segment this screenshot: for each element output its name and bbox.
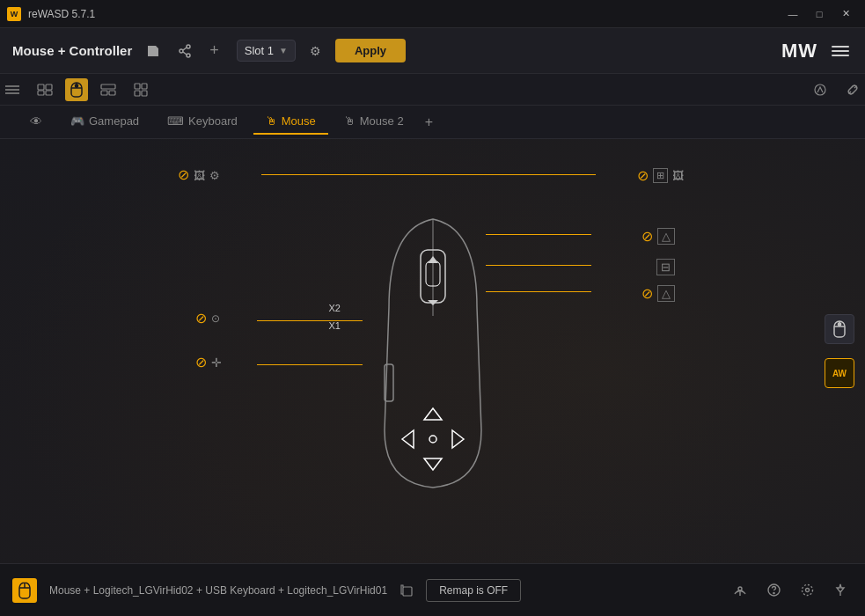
mouse-label: Mouse — [282, 114, 316, 128]
mouse2-label: Mouse 2 — [360, 114, 404, 128]
right-panel: AW — [825, 139, 854, 563]
remap-button[interactable]: Remap is OFF — [426, 579, 521, 602]
tab-gamepad[interactable]: 🎮 Gamepad — [58, 109, 151, 135]
copy-icon[interactable] — [400, 583, 414, 598]
ps-button[interactable] — [807, 80, 833, 99]
triangle-down-icon: △ — [657, 285, 675, 302]
mw-logo: MW — [781, 40, 817, 62]
svg-point-2 — [187, 54, 190, 57]
add-profile-button[interactable]: + — [206, 38, 223, 63]
no-icon-topright: ⊘ — [637, 169, 649, 183]
people-icon-topleft: ⚙ — [209, 169, 220, 182]
keyboard-label: Keyboard — [188, 114, 238, 128]
svg-point-33 — [429, 436, 436, 443]
svg-rect-36 — [839, 323, 841, 326]
minimize-button[interactable]: — — [781, 5, 805, 23]
titlebar-left: W reWASD 5.7.1 — [7, 7, 95, 21]
svg-rect-39 — [403, 587, 412, 596]
svg-marker-26 — [428, 256, 438, 263]
svg-marker-29 — [424, 408, 442, 420]
triangle-up-icon: △ — [657, 228, 675, 245]
aw-panel-button[interactable]: AW — [825, 358, 854, 388]
help-button[interactable] — [761, 578, 786, 603]
main-content: ⊘ 🖼 ⚙ ⊘ ⊞ 🖼 ⊘ △ ⊟ ⊘ △ ⊘ — [0, 139, 865, 563]
svg-rect-21 — [142, 91, 147, 96]
side-x1-label: ⊘ ✛ — [195, 356, 222, 370]
device-name: Mouse + Logitech_LGVirHid02 + USB Keyboa… — [49, 584, 387, 597]
tab-mouse[interactable]: 🖱 Mouse — [253, 109, 328, 135]
menu-button[interactable] — [828, 42, 853, 60]
tab-overview[interactable]: 👁 — [18, 109, 55, 136]
svg-marker-30 — [424, 458, 442, 470]
svg-marker-32 — [452, 430, 464, 448]
app-icon: W — [7, 7, 21, 21]
svg-point-45 — [802, 585, 812, 596]
eye-icon: 👁 — [30, 114, 42, 128]
maximize-button[interactable]: □ — [807, 5, 832, 23]
mouse-diagram: ⊘ 🖼 ⚙ ⊘ ⊞ 🖼 ⊘ △ ⊟ ⊘ △ ⊘ — [169, 140, 697, 562]
mouse-panel-button[interactable] — [825, 314, 854, 344]
svg-rect-14 — [76, 84, 78, 87]
svg-marker-31 — [402, 430, 414, 448]
side-x2-label: ⊘ ⊙ — [195, 312, 220, 326]
device-icon — [12, 578, 37, 603]
icon-bar — [0, 74, 865, 106]
line-x1 — [257, 364, 363, 365]
app-title: reWASD 5.7.1 — [28, 8, 95, 20]
tab-keyboard[interactable]: ⌨ Keyboard — [155, 109, 250, 135]
line-x2 — [257, 320, 363, 321]
svg-rect-8 — [38, 84, 44, 90]
no-icon-scrollup: ⊘ — [641, 230, 653, 244]
gamepad-icon: 🎮 — [70, 114, 84, 128]
top-left-label: ⊘ 🖼 ⚙ — [178, 168, 220, 182]
keyboard-icon: ⌨ — [167, 114, 184, 128]
close-button[interactable]: ✕ — [833, 5, 858, 23]
svg-rect-9 — [46, 84, 52, 90]
gamepad-label: Gamepad — [89, 114, 139, 128]
antenna-button[interactable] — [728, 578, 752, 603]
svg-point-0 — [187, 45, 190, 48]
save-button[interactable] — [143, 40, 164, 62]
pin-button[interactable] — [828, 578, 853, 603]
line-scrolldown — [486, 291, 591, 292]
grid-icon-button[interactable] — [128, 79, 153, 100]
tab-mouse2[interactable]: 🖱 Mouse 2 — [332, 109, 416, 135]
top-right-label: ⊘ ⊞ 🖼 — [637, 168, 684, 183]
titlebar: W reWASD 5.7.1 — □ ✕ — [0, 0, 865, 28]
tabs-row: 👁 🎮 Gamepad ⌨ Keyboard 🖱 Mouse 🖱 Mouse 2… — [0, 106, 865, 139]
status-right — [728, 578, 853, 603]
image-icon-topright: 🖼 — [672, 169, 684, 182]
layout-icon-button[interactable] — [0, 81, 25, 99]
toolbar: Mouse + Controller + Slot 1 ▼ ⚙ Apply MW — [0, 28, 865, 74]
profile-name: Mouse + Controller — [12, 43, 132, 58]
circle-icon-x2: ⊙ — [211, 312, 220, 325]
image-icon-topleft: 🖼 — [194, 169, 205, 182]
toolbar-right: MW — [781, 40, 853, 62]
slot-settings-button[interactable]: ⚙ — [306, 40, 325, 62]
layers-icon-button-1[interactable] — [32, 80, 58, 99]
line-scrollup — [486, 234, 591, 235]
mouse-icon-button[interactable] — [65, 78, 88, 101]
settings-button[interactable] — [795, 578, 819, 603]
svg-rect-16 — [101, 91, 107, 95]
add-tab-button[interactable]: + — [420, 113, 438, 132]
layers-icon-button-2[interactable] — [95, 80, 121, 99]
no-icon-x1: ⊘ — [195, 356, 207, 370]
mouse-body-svg — [336, 202, 530, 501]
svg-point-1 — [180, 49, 183, 53]
link-icon-button[interactable] — [840, 79, 865, 100]
line-scrollmid — [486, 265, 591, 266]
no-icon-x2: ⊘ — [195, 312, 207, 326]
svg-rect-18 — [135, 84, 140, 89]
apply-button[interactable]: Apply — [335, 39, 406, 62]
svg-line-4 — [183, 52, 187, 55]
svg-rect-11 — [46, 91, 52, 95]
minus-box-icon: ⊟ — [656, 259, 675, 275]
slot-selector[interactable]: Slot 1 ▼ — [237, 40, 296, 62]
x1-text: X1 — [329, 320, 341, 331]
svg-line-3 — [183, 48, 187, 50]
no-icon-topleft: ⊘ — [178, 168, 189, 182]
svg-rect-15 — [101, 84, 115, 89]
share-button[interactable] — [174, 40, 195, 62]
scroll-down-label: ⊘ △ — [641, 285, 675, 302]
